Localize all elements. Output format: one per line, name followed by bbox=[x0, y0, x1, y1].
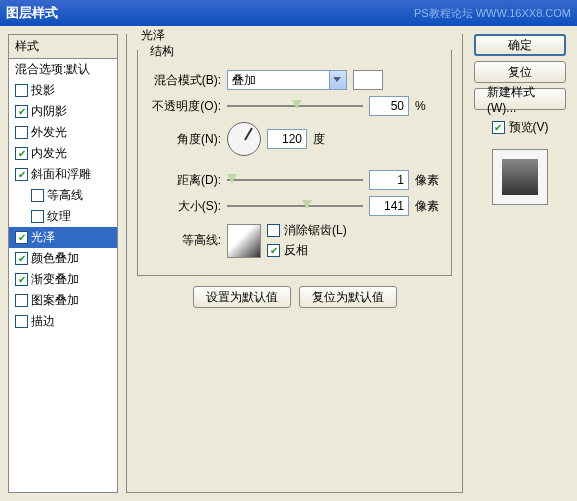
contour-picker[interactable] bbox=[227, 224, 261, 258]
main-area: 样式 混合选项:默认 投影 内阴影 外发光 内发光 斜面和浮雕 等高线 纹理 光… bbox=[0, 26, 577, 501]
angle-unit: 度 bbox=[313, 131, 341, 148]
preview-box bbox=[492, 149, 548, 205]
color-swatch[interactable] bbox=[353, 70, 383, 90]
title-bar: 图层样式 PS教程论坛 WWW.16XX8.COM bbox=[0, 0, 577, 26]
set-default-button[interactable]: 设置为默认值 bbox=[193, 286, 291, 308]
style-satin[interactable]: 光泽 bbox=[9, 227, 117, 248]
size-slider[interactable] bbox=[227, 197, 363, 215]
invert-checkbox[interactable]: 反相 bbox=[267, 242, 347, 259]
structure-group: 结构 混合模式(B): 叠加 不透明度(O): 50 % 角度(N): 120 … bbox=[137, 50, 452, 276]
reset-default-button[interactable]: 复位为默认值 bbox=[299, 286, 397, 308]
distance-unit: 像素 bbox=[415, 172, 443, 189]
blend-mode-select[interactable]: 叠加 bbox=[227, 70, 347, 90]
angle-label: 角度(N): bbox=[146, 131, 221, 148]
action-panel: 确定 复位 新建样式(W)... 预览(V) bbox=[471, 34, 569, 493]
style-color-overlay[interactable]: 颜色叠加 bbox=[9, 248, 117, 269]
preview-checkbox[interactable]: 预览(V) bbox=[492, 119, 549, 136]
style-gradient-overlay[interactable]: 渐变叠加 bbox=[9, 269, 117, 290]
opacity-slider[interactable] bbox=[227, 97, 363, 115]
contour-label: 等高线: bbox=[146, 232, 221, 249]
blend-mode-label: 混合模式(B): bbox=[146, 72, 221, 89]
preview-swatch bbox=[502, 159, 538, 195]
distance-label: 距离(D): bbox=[146, 172, 221, 189]
style-inner-glow[interactable]: 内发光 bbox=[9, 143, 117, 164]
style-contour[interactable]: 等高线 bbox=[9, 185, 117, 206]
blend-defaults[interactable]: 混合选项:默认 bbox=[9, 59, 117, 80]
style-inner-shadow[interactable]: 内阴影 bbox=[9, 101, 117, 122]
antialias-checkbox[interactable]: 消除锯齿(L) bbox=[267, 222, 347, 239]
new-style-button[interactable]: 新建样式(W)... bbox=[474, 88, 566, 110]
size-label: 大小(S): bbox=[146, 198, 221, 215]
distance-slider[interactable] bbox=[227, 171, 363, 189]
style-texture[interactable]: 纹理 bbox=[9, 206, 117, 227]
settings-title: 光泽 bbox=[137, 27, 169, 44]
structure-label: 结构 bbox=[146, 43, 178, 60]
styles-header[interactable]: 样式 bbox=[9, 35, 117, 59]
watermark-text: PS教程论坛 WWW.16XX8.COM bbox=[414, 6, 571, 21]
cancel-button[interactable]: 复位 bbox=[474, 61, 566, 83]
style-outer-glow[interactable]: 外发光 bbox=[9, 122, 117, 143]
settings-panel: 光泽 结构 混合模式(B): 叠加 不透明度(O): 50 % 角度(N): 1… bbox=[126, 34, 463, 493]
style-bevel[interactable]: 斜面和浮雕 bbox=[9, 164, 117, 185]
opacity-unit: % bbox=[415, 99, 443, 113]
style-drop-shadow[interactable]: 投影 bbox=[9, 80, 117, 101]
angle-dial[interactable] bbox=[227, 122, 261, 156]
size-unit: 像素 bbox=[415, 198, 443, 215]
opacity-label: 不透明度(O): bbox=[146, 98, 221, 115]
ok-button[interactable]: 确定 bbox=[474, 34, 566, 56]
styles-panel: 样式 混合选项:默认 投影 内阴影 外发光 内发光 斜面和浮雕 等高线 纹理 光… bbox=[8, 34, 118, 493]
window-title: 图层样式 bbox=[6, 4, 414, 22]
style-pattern-overlay[interactable]: 图案叠加 bbox=[9, 290, 117, 311]
style-stroke[interactable]: 描边 bbox=[9, 311, 117, 332]
opacity-input[interactable]: 50 bbox=[369, 96, 409, 116]
size-input[interactable]: 141 bbox=[369, 196, 409, 216]
distance-input[interactable]: 1 bbox=[369, 170, 409, 190]
angle-input[interactable]: 120 bbox=[267, 129, 307, 149]
